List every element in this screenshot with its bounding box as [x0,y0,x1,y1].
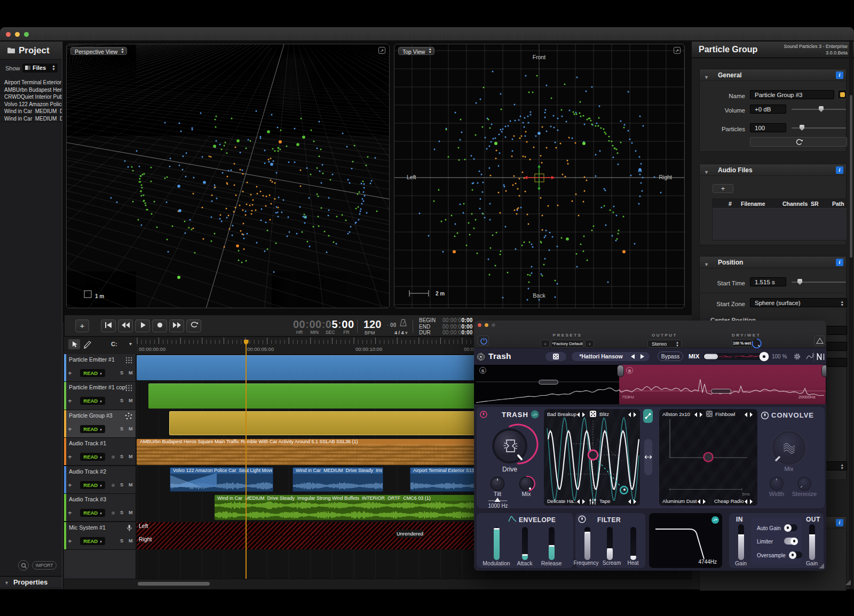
svg-text:00:00:00:00: 00:00:00:00 [139,346,165,352]
svg-text:Left: Left [407,174,416,180]
svg-text:00:00:05:00: 00:00:05:00 [247,346,274,352]
svg-text:Width: Width [769,491,784,497]
svg-text:Drive: Drive [502,466,517,473]
svg-text:2 m: 2 m [436,291,445,297]
svg-text:Front: Front [533,54,546,60]
svg-text:Right: Right [659,174,672,180]
svg-text:Stereoize: Stereoize [792,491,817,497]
svg-text:Tilt: Tilt [494,491,501,497]
svg-text:CONVOLVE: CONVOLVE [771,411,814,419]
svg-text:Back: Back [533,292,545,299]
svg-text:-/+: -/+ [533,412,538,417]
svg-text:Mix: Mix [784,466,794,472]
svg-text:TRASH: TRASH [502,411,528,419]
svg-text:00:00:10:00: 00:00:10:00 [355,346,382,352]
svg-text:5ms: 5ms [742,492,750,497]
svg-text:1000 Hz: 1000 Hz [488,503,508,508]
svg-text:4744Hz: 4744Hz [699,559,717,565]
svg-text:1 m: 1 m [95,293,104,299]
svg-text:Mix: Mix [521,491,531,497]
